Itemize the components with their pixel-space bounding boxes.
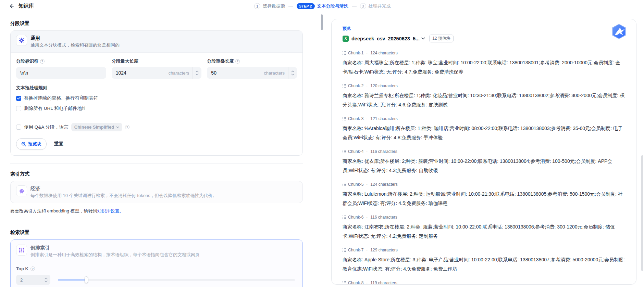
chunk-text: 商家名称: 雅诗兰黛专柜;所在楼层: 1;种类: 化妆品;营业时间: 10:30… bbox=[343, 91, 625, 109]
chunk-item: Chunk-4 · 116 characters 商家名称: 优衣库;所在楼层:… bbox=[343, 149, 625, 175]
chunk-list: Chunk-1 · 124 characters 商家名称: 周大福珠宝;所在楼… bbox=[343, 51, 625, 285]
qa-label: 使用 Q&A 分段，语言 bbox=[24, 124, 69, 130]
piggy-bank-icon bbox=[16, 185, 27, 196]
chunk-char-count: 116 characters bbox=[370, 149, 397, 154]
slider-track[interactable] bbox=[58, 279, 295, 281]
chunk-text: 商家名称: 优衣库;所在楼层: 2;种类: 服装;营业时间: 10:00-22:… bbox=[343, 157, 625, 175]
step-1-number: 1 bbox=[254, 3, 260, 9]
overlap-value: 50 bbox=[211, 70, 264, 76]
help-icon[interactable]: ? bbox=[235, 59, 240, 64]
chunk-text: 商家名称: 周大福珠宝;所在楼层: 1;种类: 珠宝;营业时间: 10:00-2… bbox=[343, 58, 625, 77]
step-2-text-segmentation[interactable]: STEP 2 文本分段与清洗 bbox=[297, 3, 348, 9]
rule-label: 删除所有 URL 和电子邮件地址 bbox=[24, 105, 87, 112]
overlap-label: 分段重叠长度 bbox=[207, 58, 234, 64]
inverted-index-card[interactable]: 倒排索引 倒排索引是一种用于高效检索的结构，按术语组织，每个术语指向包含它的文档… bbox=[10, 239, 303, 287]
overlap-input[interactable]: 50 characters bbox=[207, 67, 297, 79]
help-icon[interactable]: ? bbox=[40, 59, 45, 64]
magnifier-icon bbox=[21, 142, 26, 146]
chunk-separator: · bbox=[366, 83, 368, 88]
chunk-item: Chunk-6 · 116 characters 商家名称: 江南布衣;所在楼层… bbox=[343, 215, 625, 241]
preview-label: 预览 bbox=[343, 26, 625, 31]
topk-slider[interactable] bbox=[58, 276, 295, 283]
chunk-separator: · bbox=[366, 215, 368, 220]
chunk-grid-icon bbox=[343, 117, 346, 120]
chunk-text: 商家名称: Apple Store;所在楼层: 3;种类: 电子产品;营业时间:… bbox=[343, 255, 625, 274]
retrieval-settings-heading: 检索设置 bbox=[10, 230, 303, 236]
overlap-stepper[interactable] bbox=[288, 67, 297, 79]
chevron-up-icon bbox=[45, 277, 48, 279]
hexagon-bird-logo bbox=[611, 23, 627, 40]
chunk-title: Chunk-1 bbox=[348, 51, 363, 55]
chevron-up-icon bbox=[291, 70, 294, 73]
divider bbox=[16, 117, 297, 117]
max-length-stepper[interactable] bbox=[193, 67, 201, 79]
rule-remove-urls[interactable]: 删除所有 URL 和电子邮件地址 bbox=[16, 105, 297, 112]
chunk-title: Chunk-3 bbox=[348, 116, 363, 121]
step-2-badge: STEP 2 bbox=[297, 3, 315, 9]
step-dash bbox=[288, 6, 293, 6]
topk-stepper[interactable] bbox=[41, 275, 50, 285]
chevron-up-icon bbox=[196, 70, 199, 73]
delimiter-input[interactable]: \n\n bbox=[16, 67, 106, 79]
checkbox-unchecked-icon[interactable] bbox=[16, 106, 21, 111]
chunk-title: Chunk-8 bbox=[348, 281, 363, 285]
chunk-grid-icon bbox=[343, 51, 346, 55]
reset-button[interactable]: 重置 bbox=[54, 141, 63, 147]
max-length-unit: characters bbox=[169, 70, 193, 76]
settings-pane: 分段设置 通用 通用文本分块模式，检索 bbox=[0, 12, 323, 287]
file-name: deepseek_csv_20250623_5... bbox=[351, 36, 420, 41]
qa-language-select[interactable]: Chinese Simplified bbox=[71, 123, 122, 131]
page-title: 知识库 bbox=[18, 3, 34, 9]
chunk-grid-icon bbox=[343, 216, 346, 219]
chunk-title: Chunk-7 bbox=[348, 248, 363, 252]
rule-label: 替换掉连续的空格、换行符和制表符 bbox=[24, 95, 98, 101]
chevron-down-icon bbox=[45, 281, 48, 283]
general-mode-desc: 通用文本分块模式，检索和召回的块是相同的 bbox=[30, 42, 120, 48]
step-2-label: 文本分段与清洗 bbox=[317, 3, 348, 9]
help-icon[interactable]: ? bbox=[30, 266, 35, 271]
rule-replace-whitespace[interactable]: 替换掉连续的空格、换行符和制表符 bbox=[16, 95, 297, 101]
slider-handle[interactable] bbox=[85, 276, 88, 283]
chunk-separator: · bbox=[366, 149, 368, 154]
chunk-grid-icon bbox=[343, 248, 346, 252]
preview-pane: 预览 X deepseek_csv_20250623_5... 12 预估块 bbox=[323, 12, 644, 287]
chunk-char-count: 116 characters bbox=[370, 215, 397, 220]
chunk-char-count: 124 characters bbox=[370, 51, 397, 55]
step-3-process-complete[interactable]: 3 处理并完成 bbox=[360, 3, 391, 9]
help-icon[interactable]: ? bbox=[125, 125, 129, 129]
chunk-item: Chunk-7 · 129 characters 商家名称: Apple Sto… bbox=[343, 248, 625, 274]
arrow-left-icon bbox=[9, 3, 14, 9]
chevron-down-icon bbox=[421, 37, 425, 40]
chunk-title: Chunk-6 bbox=[348, 215, 363, 220]
chunk-item: Chunk-8 · 119 characters 商家名称: 大疆体验店;所在楼… bbox=[343, 281, 625, 285]
divider bbox=[10, 163, 303, 164]
chunk-grid-icon bbox=[343, 281, 346, 285]
page-scrollbar[interactable] bbox=[641, 155, 643, 271]
left-scrollbar[interactable] bbox=[321, 14, 323, 30]
qa-checkbox[interactable] bbox=[16, 125, 21, 130]
file-select-dropdown[interactable] bbox=[421, 37, 425, 40]
preprocess-rules-heading: 文本预处理规则 bbox=[16, 85, 47, 91]
step-1-select-datasource[interactable]: 1 选择数据源 bbox=[254, 3, 285, 9]
overlap-field: 分段重叠长度 ? 50 characters bbox=[207, 58, 297, 79]
chunk-separator: · bbox=[366, 281, 368, 285]
topk-input[interactable]: 2 bbox=[16, 275, 50, 285]
step-3-number: 3 bbox=[360, 3, 366, 9]
topk-value: 2 bbox=[20, 277, 41, 283]
segment-settings-body: 分段标识符 ? \n\n 分段最大长度 1024 chara bbox=[11, 53, 302, 155]
checkbox-checked-icon[interactable] bbox=[16, 96, 21, 101]
chevron-down-icon bbox=[116, 126, 119, 128]
chunk-separator: · bbox=[366, 116, 368, 121]
chunk-char-count: 120 characters bbox=[370, 83, 397, 88]
rules-divider bbox=[51, 88, 297, 88]
max-length-value: 1024 bbox=[116, 70, 169, 76]
preview-chunks-label: 预览块 bbox=[28, 141, 41, 147]
general-mode-header[interactable]: 通用 通用文本分块模式，检索和召回的块是相同的 bbox=[11, 31, 302, 53]
max-length-input[interactable]: 1024 characters bbox=[112, 67, 202, 79]
preview-chunks-button[interactable]: 预览块 bbox=[16, 138, 47, 150]
back-button[interactable] bbox=[8, 2, 15, 10]
economy-index-card[interactable]: 经济 每个数据块使用 10 个关键词进行检索，不会消耗任何 tokens，但会以… bbox=[10, 181, 303, 203]
index-method-heading: 索引方式 bbox=[10, 171, 303, 177]
dataset-settings-link[interactable]: 知识库设置。 bbox=[97, 208, 124, 213]
chunk-char-count: 129 characters bbox=[370, 248, 397, 252]
